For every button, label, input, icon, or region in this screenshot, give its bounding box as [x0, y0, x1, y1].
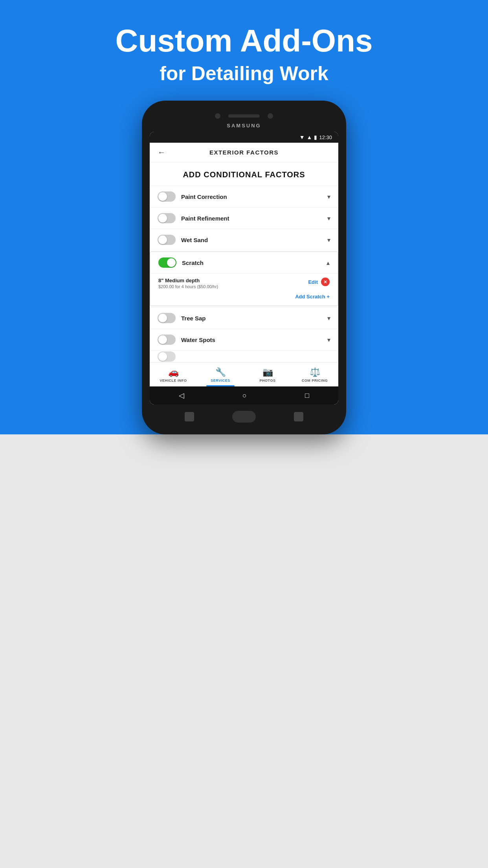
factor-row-paint-correction: Paint Correction ▾	[150, 186, 338, 207]
factor-label-tree-sap: Tree Sap	[181, 315, 327, 322]
chevron-wet-sand: ▾	[327, 236, 330, 244]
signal-icon: ▲	[307, 134, 312, 140]
nav-label-photos: PHOTOS	[260, 379, 276, 383]
status-icons: ▼ ▲ ▮ 12:30	[299, 134, 332, 140]
toggle-partial	[158, 351, 176, 362]
factor-label-scratch: Scratch	[182, 259, 327, 266]
factor-label-paint-refinement: Paint Refinement	[181, 215, 327, 222]
phone-screen: ▼ ▲ ▮ 12:30 ← EXTERIOR FACTORS ADD CONDI…	[150, 132, 338, 405]
chevron-paint-refinement: ▾	[327, 215, 330, 222]
com-pricing-icon: ⚖️	[310, 367, 320, 377]
android-back-icon[interactable]: ◁	[179, 391, 184, 400]
android-home-icon[interactable]: ○	[242, 392, 247, 400]
factors-list: Paint Correction ▾ Paint Refinement ▾ We…	[150, 186, 338, 362]
phone-bottom	[150, 405, 338, 427]
toggle-tree-sap[interactable]	[158, 313, 176, 323]
subtitle: for Detailing Work	[116, 62, 373, 85]
phone-bottom-left	[185, 412, 194, 421]
remove-icon: ×	[324, 279, 327, 285]
chevron-water-spots: ▾	[327, 336, 330, 344]
nav-item-services[interactable]: 🔧 SERVICES	[197, 366, 244, 384]
nav-label-services: SERVICES	[211, 379, 230, 383]
remove-scratch-button[interactable]: ×	[321, 278, 330, 286]
nav-item-vehicle-info[interactable]: 🚗 VEHICLE INFO	[150, 366, 197, 384]
battery-icon: ▮	[314, 134, 317, 140]
nav-label-vehicle-info: VEHICLE INFO	[160, 379, 187, 383]
android-nav: ◁ ○ □	[150, 386, 338, 405]
scratch-info: 8" Medium depth $200.00 for 4 hours ($50…	[158, 278, 218, 289]
factor-row-paint-refinement: Paint Refinement ▾	[150, 207, 338, 229]
wifi-icon: ▼	[299, 134, 305, 140]
factor-label-wet-sand: Wet Sand	[181, 237, 327, 243]
nav-label-com-pricing: COM PRICING	[302, 379, 328, 383]
toggle-wet-sand[interactable]	[158, 235, 176, 245]
scratch-price: $200.00 for 4 hours ($50.00/hr)	[158, 284, 218, 289]
phone-speaker	[228, 114, 260, 118]
toggle-paint-refinement[interactable]	[158, 213, 176, 223]
phone-home-button[interactable]	[232, 411, 256, 423]
factor-row-tree-sap: Tree Sap ▾	[150, 307, 338, 329]
vehicle-info-icon: 🚗	[168, 367, 179, 377]
nav-item-photos[interactable]: 📷 PHOTOS	[244, 366, 291, 384]
toggle-water-spots[interactable]	[158, 335, 176, 345]
scratch-item: 8" Medium depth $200.00 for 4 hours ($50…	[158, 278, 330, 289]
factor-row-scratch-header: Scratch ▴	[150, 252, 338, 273]
scratch-size: 8" Medium depth	[158, 278, 218, 283]
status-time: 12:30	[319, 134, 332, 140]
add-scratch-container: Add Scratch +	[158, 293, 330, 300]
edit-scratch-button[interactable]: Edit	[308, 279, 318, 285]
factor-row-partial	[150, 350, 338, 362]
screen-title: EXTERIOR FACTORS	[209, 149, 279, 156]
status-bar: ▼ ▲ ▮ 12:30	[150, 132, 338, 143]
android-recents-icon[interactable]: □	[305, 392, 309, 400]
page-footer	[0, 434, 488, 868]
chevron-paint-correction: ▾	[327, 193, 330, 200]
factor-row-scratch: Scratch ▴ 8" Medium depth $200.00 for 4 …	[150, 251, 338, 306]
scratch-detail: 8" Medium depth $200.00 for 4 hours ($50…	[150, 273, 338, 305]
page-header: Custom Add-Ons for Detailing Work	[116, 0, 373, 101]
factor-row-water-spots: Water Spots ▾	[150, 329, 338, 350]
phone-camera-right	[268, 113, 273, 119]
phone-brand: SAMSUNG	[150, 121, 338, 132]
section-title: ADD CONDITIONAL FACTORS	[150, 162, 338, 186]
toggle-paint-correction[interactable]	[158, 191, 176, 202]
toggle-scratch[interactable]	[158, 257, 176, 268]
chevron-tree-sap: ▾	[327, 314, 330, 322]
chevron-scratch: ▴	[327, 259, 330, 267]
phone-camera	[215, 113, 220, 119]
bottom-nav: 🚗 VEHICLE INFO 🔧 SERVICES 📷 PHOTOS ⚖️ CO…	[150, 362, 338, 386]
factor-row-wet-sand: Wet Sand ▾	[150, 229, 338, 250]
nav-item-com-pricing[interactable]: ⚖️ COM PRICING	[291, 366, 338, 384]
scratch-actions: Edit ×	[308, 278, 330, 286]
factor-label-water-spots: Water Spots	[181, 337, 327, 343]
phone-shell: SAMSUNG ▼ ▲ ▮ 12:30 ← EXTERIOR FACTORS A…	[142, 101, 346, 434]
back-button[interactable]: ←	[158, 148, 165, 157]
factor-label-paint-correction: Paint Correction	[181, 193, 327, 200]
phone-bottom-right	[294, 412, 303, 421]
photos-icon: 📷	[262, 367, 273, 377]
services-icon: 🔧	[215, 367, 226, 377]
add-scratch-button[interactable]: Add Scratch +	[295, 294, 330, 300]
app-header: ← EXTERIOR FACTORS	[150, 143, 338, 162]
phone-top-bar	[150, 108, 338, 121]
headline: Custom Add-Ons	[116, 24, 373, 58]
